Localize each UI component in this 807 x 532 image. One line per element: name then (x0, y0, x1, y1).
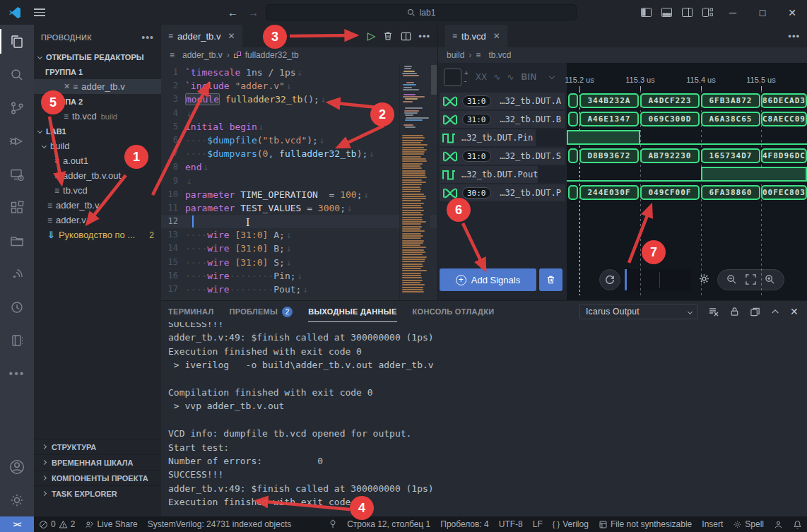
editor-scrollbar[interactable] (431, 65, 437, 95)
tree-item--2[interactable]: ГРУППА 2 (34, 94, 161, 109)
spell-status[interactable]: Spell (728, 516, 769, 532)
search-sidebar-icon[interactable] (0, 58, 34, 91)
extensions-icon[interactable] (0, 191, 34, 224)
run-debug-icon[interactable] (0, 124, 34, 158)
tree-item-tb.vcd[interactable]: ≡tb.vcdbuild (34, 109, 161, 124)
analog-wave-icon[interactable]: ∿ (507, 72, 514, 82)
explorer-icon[interactable] (0, 25, 34, 58)
zoom-fit-icon[interactable] (746, 274, 756, 285)
antenna-signal-icon[interactable] (0, 257, 34, 290)
forward-arrow-icon[interactable]: → (248, 6, 259, 18)
chevron-down-icon[interactable] (548, 73, 554, 78)
tree-item-adder_tb.v[interactable]: ≡adder_tb.v (34, 198, 161, 213)
trash-icon[interactable] (382, 30, 394, 42)
back-arrow-icon[interactable]: ← (228, 6, 238, 18)
tab-output[interactable]: ВЫХОДНЫЕ ДАННЫЕ (308, 301, 396, 322)
tree-item--...[interactable]: ⇓Руководство по ...2 (34, 227, 161, 242)
signal-row-32_tb.DUT.Pin[interactable]: …32_tb.DUT.Pin (440, 129, 565, 146)
tree-item-build[interactable]: build (34, 138, 161, 153)
live-share-status[interactable]: Live Share (80, 516, 142, 532)
zoom-in-small[interactable]: + (464, 69, 469, 77)
split-panel-icon[interactable] (750, 307, 760, 317)
clear-output-icon[interactable] (708, 306, 719, 317)
tree-item--[interactable]: ОТКРЫТЫЕ РЕДАКТОРЫ (34, 49, 161, 64)
more-icon[interactable]: ••• (788, 31, 800, 42)
signal-row-32_tb.DUT.B[interactable]: 31:0…32_tb.DUT.B (440, 111, 565, 128)
eol-status[interactable]: LF (528, 516, 548, 532)
serial-port-icon[interactable] (324, 516, 342, 532)
cursor-position[interactable]: Строка 12, столбец 1 (342, 516, 435, 532)
notebook-icon[interactable] (0, 324, 34, 357)
settings-gear-icon[interactable] (0, 483, 34, 516)
zoom-in-icon[interactable] (765, 274, 775, 285)
tab-tb-vcd[interactable]: ≡ tb.vcd ✕ (445, 25, 507, 47)
output-channel-select[interactable]: Icarus Output (579, 304, 698, 319)
lock-icon[interactable] (729, 306, 740, 317)
close-panel-icon[interactable]: ✕ (790, 306, 799, 317)
breadcrumb[interactable]: build › ≡ tb.vcd (438, 47, 807, 63)
tree-item-adder_tb.v.out[interactable]: ≡adder_tb.v.out (34, 168, 161, 183)
layout-customize-icon[interactable] (702, 8, 713, 17)
signal-row-32_tb.DUT.S[interactable]: 31:0…32_tb.DUT.S (440, 148, 565, 165)
language-mode[interactable]: { } Verilog (548, 516, 594, 532)
zoom-out-icon[interactable] (726, 274, 737, 285)
layout-secondary-sidebar-icon[interactable] (682, 8, 693, 17)
account-icon[interactable] (0, 450, 34, 483)
chevron-up-icon[interactable] (770, 307, 780, 317)
minimap[interactable] (399, 63, 430, 300)
encoding-status[interactable]: UTF-8 (494, 516, 528, 532)
bus-format-icon[interactable]: ꓫꓫ (476, 72, 487, 82)
gear-icon[interactable] (698, 273, 710, 287)
tree-item-adder.v[interactable]: ≡adder.v (34, 213, 161, 227)
maximize-button[interactable]: □ (748, 0, 777, 25)
minimize-button[interactable]: ─ (718, 0, 748, 25)
tree-item-a.out1[interactable]: ≡a.out1 (34, 153, 161, 168)
tab-problems[interactable]: ПРОБЛЕМЫ2 (229, 301, 293, 322)
code-editor[interactable]: 1`timescale 1ns / 1ps↓2`include "adder.v… (161, 63, 437, 300)
section-временная-шкала[interactable]: ВРЕМЕННАЯ ШКАЛА (34, 454, 161, 470)
run-icon[interactable]: ▷ (367, 30, 376, 42)
more-icon[interactable]: ••• (418, 31, 430, 42)
section-task-explorer[interactable]: TASK EXPLORER (34, 485, 161, 501)
close-button[interactable]: ✕ (777, 0, 807, 25)
input-mode-status[interactable]: Insert (697, 516, 728, 532)
section-компоненты-проекта[interactable]: КОМПОНЕНТЫ ПРОЕКТА (34, 470, 161, 485)
layout-panel-icon[interactable] (661, 8, 672, 17)
tab-close-icon[interactable]: ✕ (228, 31, 235, 41)
indentation-status[interactable]: Пробелов: 4 (435, 516, 494, 532)
breadcrumb[interactable]: ≡ adder_tb.v › fulladder32_tb (161, 47, 437, 63)
zoom-out-small[interactable]: - (464, 77, 469, 85)
signal-row-32_tb.DUT.Pout[interactable]: …32_tb.DUT.Pout (440, 166, 565, 183)
project-folder-icon[interactable] (0, 224, 34, 257)
tab-terminal[interactable]: ТЕРМИНАЛ (168, 301, 213, 322)
timeline-clock-icon[interactable] (0, 290, 34, 324)
notifications-bell-icon[interactable] (788, 516, 807, 532)
source-control-icon[interactable] (0, 91, 34, 124)
tab-close-icon[interactable]: ✕ (493, 31, 500, 41)
tree-item-adder_tb.v[interactable]: ✕≡adder_tb.v (34, 79, 161, 94)
synthesis-status[interactable]: File not synthesizable (594, 516, 697, 532)
layout-sidebar-icon[interactable] (641, 8, 652, 17)
tab-debug-console[interactable]: КОНСОЛЬ ОТЛАДКИ (413, 301, 495, 322)
signal-row-32_tb.DUT.A[interactable]: 31:0…32_tb.DUT.A (440, 93, 565, 110)
more-actions-icon[interactable]: ••• (0, 357, 34, 390)
remote-explorer-icon[interactable] (0, 158, 34, 191)
tree-item--1[interactable]: ГРУППА 1 (34, 64, 161, 79)
tree-item-lab1[interactable]: LAB1 (34, 124, 161, 138)
refresh-icon[interactable] (599, 269, 620, 290)
remove-signals-button[interactable] (539, 268, 562, 291)
problems-status[interactable]: 0 2 (34, 516, 80, 532)
menu-icon[interactable] (34, 8, 45, 16)
signal-row-32_tb.DUT.P[interactable]: 30:0…32_tb.DUT.P (440, 184, 565, 201)
remote-indicator[interactable]: >< (0, 516, 34, 532)
tree-item-tb.vcd[interactable]: ≡tb.vcd (34, 183, 161, 198)
close-icon[interactable]: ✕ (64, 82, 70, 91)
analog-wave-icon[interactable]: ∿ (493, 72, 500, 82)
signal-select-box[interactable] (444, 69, 461, 86)
command-center-search[interactable]: lab1 (266, 4, 577, 20)
feedback-icon[interactable] (769, 516, 788, 532)
add-signals-button[interactable]: + Add Signals (440, 268, 536, 291)
radix-select[interactable]: BIN (521, 72, 536, 82)
language-indexing-status[interactable]: SystemVerilog: 24731 indexed objects (143, 516, 296, 532)
section-структура[interactable]: СТРУКТУРА (34, 439, 161, 454)
